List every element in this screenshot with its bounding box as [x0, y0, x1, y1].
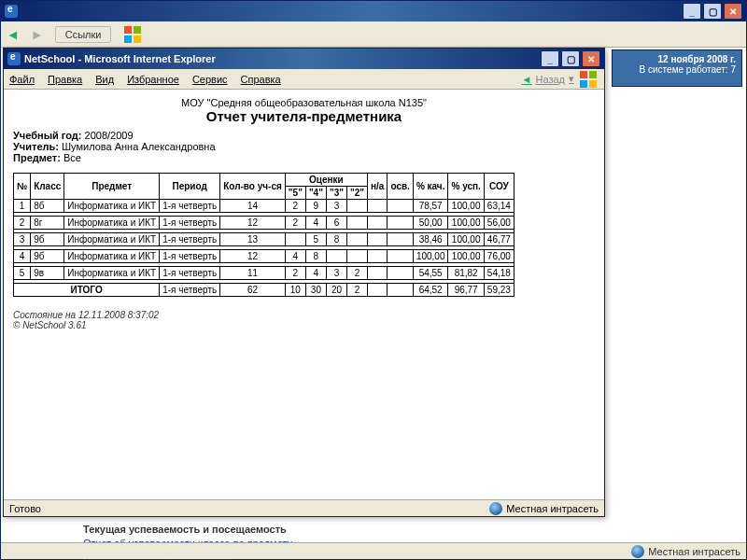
globe-icon — [489, 502, 502, 515]
cell-usp: 100,00 — [448, 250, 484, 263]
cell-period: 1-я четверть — [160, 250, 220, 263]
cell-g2 — [346, 217, 367, 230]
svg-rect-7 — [589, 80, 597, 88]
cell-kach: 54,55 — [413, 267, 448, 280]
svg-rect-5 — [589, 71, 597, 78]
cell-klass: 9в — [31, 267, 64, 280]
cell-g4: 5 — [305, 233, 326, 246]
windows-flag-icon — [578, 70, 599, 89]
forward-icon[interactable]: ► — [31, 27, 44, 42]
col-grades: Оценки — [285, 174, 367, 187]
cell-g4: 4 — [305, 267, 326, 280]
menu-help[interactable]: Справка — [241, 74, 281, 85]
back-icon[interactable]: ◄ — [7, 27, 20, 42]
cell-n: 2 — [14, 217, 31, 230]
cell-osv — [388, 250, 413, 263]
footnote: Состояние на 12.11.2008 8:37:02 © NetSch… — [13, 310, 595, 330]
ie-icon — [5, 5, 18, 18]
outer-maximize-button[interactable]: ▢ — [703, 3, 722, 20]
inner-maximize-button[interactable]: ▢ — [561, 50, 580, 67]
outer-status-bar: Местная интрасеть — [1, 542, 746, 559]
outer-close-button[interactable]: ✕ — [724, 3, 742, 20]
cell-g5: 2 — [285, 217, 305, 230]
col-osv: осв. — [388, 174, 413, 200]
lower-heading: Текущая успеваемость и посещаемость — [83, 524, 737, 535]
cell-period: 1-я четверть — [160, 267, 220, 280]
copyright: © NetSchool 3.61 — [13, 320, 595, 330]
back-icon[interactable]: ◄ — [522, 74, 532, 85]
cell-cnt: 12 — [220, 217, 286, 230]
cell-n: 3 — [14, 233, 31, 246]
inner-menu-bar: Файл Правка Вид Избранное Сервис Справка… — [4, 69, 604, 90]
outer-toolbar: ◄ ► Ссылки — [1, 21, 746, 48]
cell-g4: 4 — [305, 217, 326, 230]
system-info-panel: 12 ноября 2008 г. В системе работает: 7 — [612, 49, 742, 87]
menu-edit[interactable]: Правка — [48, 74, 82, 85]
cell-klass: 8г — [31, 217, 64, 230]
cell-g2 — [346, 250, 367, 263]
cell-na — [368, 284, 388, 297]
cell-g2 — [346, 233, 367, 246]
cell-g5: 10 — [285, 284, 305, 297]
windows-flag-icon — [122, 25, 143, 44]
cell-cnt: 12 — [220, 250, 286, 263]
status-zone: Местная интрасеть — [506, 503, 599, 514]
cell-osv — [388, 200, 413, 213]
system-date: 12 ноября 2008 г. — [618, 54, 736, 64]
cell-g4: 30 — [305, 284, 326, 297]
cell-usp: 81,82 — [448, 267, 484, 280]
cell-period: 1-я четверть — [160, 217, 220, 230]
subject-label: Предмет: — [13, 152, 61, 163]
svg-rect-3 — [134, 35, 141, 43]
outer-minimize-button[interactable]: _ — [683, 3, 701, 20]
cell-cnt: 11 — [220, 267, 286, 280]
col-na: н/а — [368, 174, 388, 200]
cell-period: 1-я четверть — [160, 284, 220, 297]
cell-period: 1-я четверть — [160, 200, 220, 213]
cell-sou: 59,23 — [484, 284, 514, 297]
cell-g4: 8 — [305, 250, 326, 263]
nazad-label[interactable]: Назад — [535, 74, 565, 85]
teacher-value: Шумилова Анна Александровна — [62, 141, 216, 152]
total-label: ИТОГО — [14, 284, 160, 297]
cell-cnt: 14 — [220, 200, 286, 213]
cell-osv — [388, 267, 413, 280]
table-row: 59вИнформатика и ИКТ1-я четверть11243254… — [14, 267, 514, 280]
cell-g2: 2 — [346, 284, 367, 297]
svg-rect-1 — [134, 26, 141, 34]
menu-view[interactable]: Вид — [95, 74, 114, 85]
subject-value: Все — [63, 152, 81, 163]
col-subject: Предмет — [64, 174, 160, 200]
outer-content: 12 ноября 2008 г. В системе работает: 7 … — [1, 48, 746, 542]
menu-favorites[interactable]: Избранное — [127, 74, 179, 85]
chevron-down-icon[interactable]: ▾ — [569, 73, 574, 85]
cell-g4: 9 — [305, 200, 326, 213]
links-button[interactable]: Ссылки — [55, 26, 112, 43]
teacher-label: Учитель: — [13, 141, 59, 152]
table-row: 39бИнформатика и ИКТ1-я четверть135838,4… — [14, 233, 514, 246]
col-g4: "4" — [305, 187, 326, 200]
svg-rect-4 — [580, 71, 587, 78]
col-usp: % усп. — [448, 174, 484, 200]
col-count: Кол-во уч-ся — [220, 174, 286, 200]
outer-titlebar: _ ▢ ✕ — [1, 1, 746, 21]
svg-rect-6 — [580, 80, 587, 88]
report-content: МОУ "Средняя общеобразовательная школа N… — [4, 90, 604, 499]
inner-close-button[interactable]: ✕ — [582, 50, 600, 67]
cell-predmet: Информатика и ИКТ — [64, 217, 160, 230]
cell-cnt: 13 — [220, 233, 286, 246]
col-sou: СОУ — [484, 174, 514, 200]
report-table: № Класс Предмет Период Кол-во уч-ся Оцен… — [13, 173, 514, 297]
cell-g3: 8 — [326, 233, 346, 246]
cell-usp: 100,00 — [448, 233, 484, 246]
inner-minimize-button[interactable]: _ — [541, 50, 559, 67]
menu-file[interactable]: Файл — [9, 74, 35, 85]
cell-g3 — [326, 250, 346, 263]
cell-predmet: Информатика и ИКТ — [64, 233, 160, 246]
ie-icon — [7, 52, 21, 65]
table-row: 49бИнформатика и ИКТ1-я четверть1248100,… — [14, 250, 514, 263]
table-row-total: ИТОГО1-я четверть62103020264,5296,7759,2… — [14, 284, 514, 297]
menu-service[interactable]: Сервис — [192, 74, 228, 85]
timestamp: Состояние на 12.11.2008 8:37:02 — [13, 310, 595, 320]
cell-osv — [388, 284, 413, 297]
